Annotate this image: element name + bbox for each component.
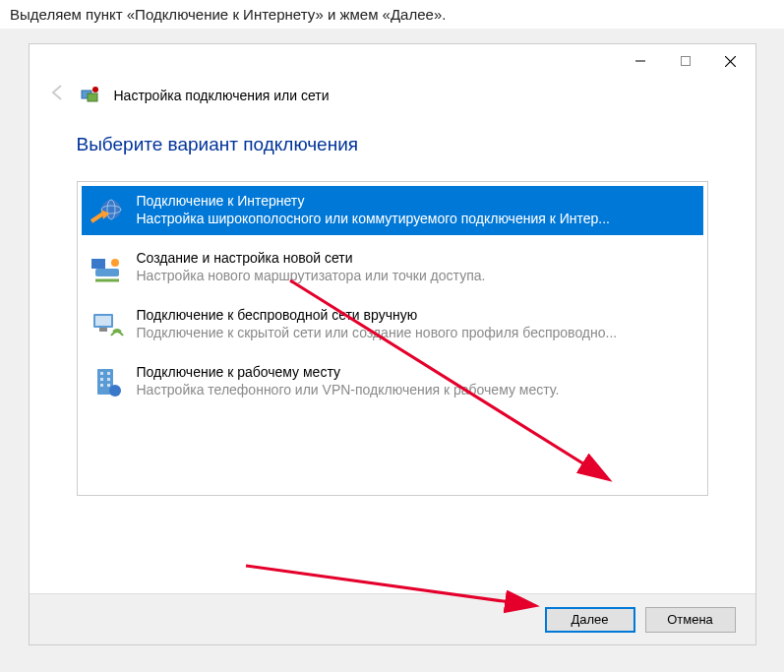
svg-rect-16 [99,328,107,332]
svg-rect-18 [100,372,103,375]
option-title: Подключение к беспроводной сети вручную [137,306,695,324]
option-internet-connection[interactable]: Подключение к Интернету Настройка широко… [82,186,703,235]
option-title: Создание и настройка новой сети [137,249,695,267]
svg-rect-11 [95,269,119,276]
close-button[interactable] [708,46,754,76]
svg-rect-20 [100,378,103,381]
option-title: Подключение к Интернету [137,192,695,210]
button-bar: Далее Отмена [30,593,755,644]
dialog-title: Настройка подключения или сети [114,88,330,103]
wireless-monitor-icon [90,308,125,343]
next-button[interactable]: Далее [545,607,635,633]
dialog-content: Выберите вариант подключения Подключ [30,106,755,496]
back-arrow-icon[interactable] [49,84,67,106]
svg-point-6 [92,87,98,92]
minimize-button[interactable] [618,46,663,76]
svg-rect-12 [91,259,105,269]
cancel-button[interactable]: Отмена [645,607,736,633]
router-icon [90,251,125,286]
globe-arrow-icon [90,194,125,229]
option-workplace[interactable]: Подключение к рабочему месту Настройка т… [82,357,703,406]
svg-rect-21 [107,378,110,381]
main-heading: Выберите вариант подключения [77,134,708,155]
option-title: Подключение к рабочему месту [137,363,695,381]
workplace-icon [90,365,125,400]
option-desc: Настройка нового маршрутизатора или точк… [137,267,695,284]
svg-rect-15 [95,316,111,326]
options-list: Подключение к Интернету Настройка широко… [77,181,708,496]
svg-rect-1 [681,57,690,66]
network-setup-icon [81,86,100,105]
svg-rect-19 [107,372,110,375]
option-wireless-manual[interactable]: Подключение к беспроводной сети вручную … [82,300,703,349]
svg-rect-22 [100,384,103,387]
svg-rect-5 [88,93,97,101]
outer-frame: Настройка подключения или сети Выберите … [0,29,784,660]
option-desc: Подключение к скрытой сети или создание … [137,324,695,341]
dialog-window: Настройка подключения или сети Выберите … [29,43,756,645]
svg-point-24 [109,385,121,397]
option-desc: Настройка телефонного или VPN-подключени… [137,381,695,398]
option-create-network[interactable]: Создание и настройка новой сети Настройк… [82,243,703,292]
dialog-header: Настройка подключения или сети [30,78,755,106]
titlebar [30,44,755,78]
annotation-caption: Выделяем пункт «Подключение к Интернету»… [0,0,784,29]
maximize-button[interactable] [663,46,708,76]
svg-point-13 [111,259,119,267]
option-desc: Настройка широкополосного или коммутируе… [137,210,695,227]
svg-rect-23 [107,384,110,387]
